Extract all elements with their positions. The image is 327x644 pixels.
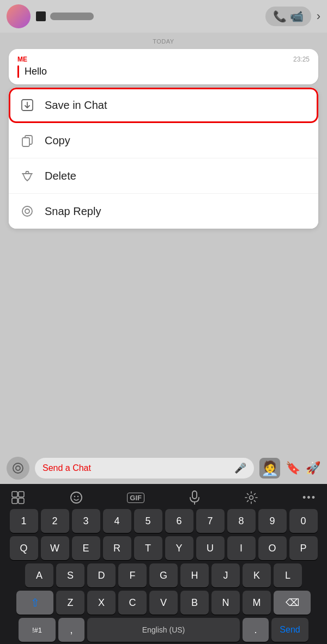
key-c[interactable]: C bbox=[118, 591, 147, 615]
keyboard-rows: 1 2 3 4 5 6 7 8 9 0 Q W E R T Y U I bbox=[2, 509, 325, 642]
menu-item-copy[interactable]: Copy bbox=[9, 123, 318, 158]
svg-point-5 bbox=[25, 209, 29, 213]
key-n[interactable]: N bbox=[211, 591, 240, 615]
key-7[interactable]: 7 bbox=[196, 509, 225, 533]
chat-area: TODAY ME 23:25 Hello Save in Chat bbox=[0, 33, 327, 237]
phone-icon[interactable]: 📞 bbox=[273, 10, 287, 23]
video-icon[interactable]: 📹 bbox=[290, 10, 304, 23]
period-key[interactable]: . bbox=[243, 618, 269, 642]
chat-placeholder: Send a Chat bbox=[43, 463, 230, 473]
svg-point-6 bbox=[13, 463, 23, 473]
key-j[interactable]: J bbox=[211, 563, 240, 587]
key-l[interactable]: L bbox=[274, 563, 302, 587]
header-actions: 📞 📹 › bbox=[265, 7, 320, 26]
key-w[interactable]: W bbox=[41, 536, 69, 560]
key-9[interactable]: 9 bbox=[258, 509, 287, 533]
chat-input-bar: Send a Chat 🎤 🧑‍💼 🔖 🚀 bbox=[0, 452, 327, 484]
snap-reply-icon bbox=[20, 204, 35, 219]
camera-button[interactable] bbox=[7, 457, 29, 480]
context-menu: Save in Chat Copy Delete bbox=[9, 88, 318, 229]
shift-key[interactable]: ⇧ bbox=[16, 591, 53, 615]
menu-item-save-in-chat[interactable]: Save in Chat bbox=[9, 88, 318, 123]
menu-item-delete[interactable]: Delete bbox=[9, 158, 318, 194]
svg-point-14 bbox=[77, 496, 78, 497]
svg-point-4 bbox=[22, 206, 32, 216]
contact-name bbox=[50, 13, 94, 20]
bottom-area: Send a Chat 🎤 🧑‍💼 🔖 🚀 bbox=[0, 452, 327, 644]
message-time: 23:25 bbox=[293, 56, 310, 63]
key-h[interactable]: H bbox=[180, 563, 209, 587]
key-s[interactable]: S bbox=[56, 563, 84, 587]
chevron-icon[interactable]: › bbox=[317, 9, 320, 23]
message-content: Hello bbox=[17, 65, 310, 78]
svg-rect-9 bbox=[19, 492, 24, 497]
key-k[interactable]: K bbox=[243, 563, 271, 587]
emoji-sticker-icon[interactable] bbox=[11, 490, 25, 505]
key-i[interactable]: I bbox=[227, 536, 256, 560]
copy-icon bbox=[20, 133, 35, 148]
copy-label: Copy bbox=[45, 134, 70, 147]
key-x[interactable]: X bbox=[87, 591, 116, 615]
settings-icon[interactable] bbox=[244, 490, 258, 505]
key-t[interactable]: T bbox=[134, 536, 162, 560]
space-key[interactable]: English (US) bbox=[87, 618, 240, 642]
key-8[interactable]: 8 bbox=[227, 509, 256, 533]
key-y[interactable]: Y bbox=[165, 536, 193, 560]
mic-icon[interactable]: 🎤 bbox=[234, 462, 246, 474]
key-g[interactable]: G bbox=[149, 563, 178, 587]
today-label: TODAY bbox=[9, 38, 318, 45]
key-a[interactable]: A bbox=[25, 563, 53, 587]
sticker-button[interactable]: 🧑‍💼 bbox=[259, 458, 280, 479]
key-b[interactable]: B bbox=[180, 591, 209, 615]
key-5[interactable]: 5 bbox=[134, 509, 162, 533]
key-e[interactable]: E bbox=[72, 536, 100, 560]
save-in-chat-label: Save in Chat bbox=[45, 99, 107, 112]
gif-button[interactable]: GIF bbox=[127, 493, 144, 503]
more-icon[interactable]: ••• bbox=[302, 492, 316, 504]
key-u[interactable]: U bbox=[196, 536, 225, 560]
send-key[interactable]: Send bbox=[271, 618, 308, 642]
save-in-chat-icon bbox=[20, 97, 35, 113]
key-0[interactable]: 0 bbox=[289, 509, 318, 533]
svg-point-7 bbox=[16, 466, 20, 470]
rocket-icon[interactable]: 🚀 bbox=[306, 461, 320, 475]
svg-rect-8 bbox=[12, 492, 17, 497]
key-q[interactable]: Q bbox=[10, 536, 38, 560]
comma-key[interactable]: , bbox=[58, 618, 84, 642]
red-bar-indicator bbox=[17, 65, 19, 78]
smiley-icon[interactable] bbox=[69, 490, 83, 505]
message-header: ME 23:25 bbox=[17, 56, 310, 63]
key-v[interactable]: V bbox=[149, 591, 178, 615]
key-1[interactable]: 1 bbox=[10, 509, 38, 533]
key-6[interactable]: 6 bbox=[165, 509, 193, 533]
keyboard: GIF ••• 1 2 3 bbox=[0, 484, 327, 644]
key-p[interactable]: P bbox=[289, 536, 318, 560]
delete-key[interactable]: ⌫ bbox=[274, 591, 311, 615]
key-z[interactable]: Z bbox=[56, 591, 84, 615]
chat-input-field[interactable]: Send a Chat 🎤 bbox=[35, 458, 254, 479]
keyboard-toolbar: GIF ••• bbox=[2, 488, 325, 509]
call-video-pill[interactable]: 📞 📹 bbox=[265, 7, 311, 26]
avatar[interactable] bbox=[7, 4, 31, 28]
microphone-icon[interactable] bbox=[189, 490, 201, 505]
bottom-row: !#1 , English (US) . Send bbox=[4, 618, 323, 642]
numbers-key[interactable]: !#1 bbox=[19, 618, 56, 642]
asdf-row: A S D F G H J K L bbox=[4, 563, 323, 587]
svg-rect-15 bbox=[192, 491, 197, 499]
chat-header: 📞 📹 › bbox=[0, 0, 327, 33]
key-2[interactable]: 2 bbox=[41, 509, 69, 533]
key-f[interactable]: F bbox=[118, 563, 147, 587]
svg-rect-10 bbox=[12, 498, 17, 504]
message-sender: ME bbox=[17, 56, 27, 63]
key-d[interactable]: D bbox=[87, 563, 116, 587]
key-o[interactable]: O bbox=[258, 536, 287, 560]
key-3[interactable]: 3 bbox=[72, 509, 100, 533]
key-m[interactable]: M bbox=[243, 591, 271, 615]
menu-item-snap-reply[interactable]: Snap Reply bbox=[9, 194, 318, 229]
key-r[interactable]: R bbox=[103, 536, 131, 560]
svg-rect-11 bbox=[19, 498, 24, 504]
bookmark-icon[interactable]: 🔖 bbox=[286, 461, 300, 475]
qwerty-row: Q W E R T Y U I O P bbox=[4, 536, 323, 560]
delete-icon bbox=[20, 168, 35, 183]
key-4[interactable]: 4 bbox=[103, 509, 131, 533]
